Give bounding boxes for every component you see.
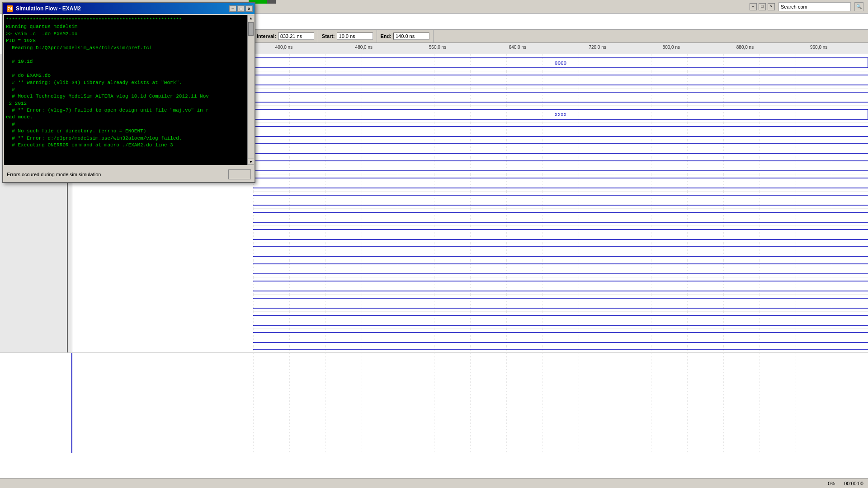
console-scroll-down[interactable]: ▼ <box>248 159 254 165</box>
timeline-ruler: 400,0 ns 480,0 ns 560,0 ns 640,0 ns 720,… <box>253 43 868 54</box>
end-value: 140.0 ns <box>393 33 429 40</box>
main-close-btn[interactable]: × <box>768 3 775 10</box>
ruler-tick-3: 560,0 ns <box>429 45 446 50</box>
sim-app-icon: 74 <box>7 5 13 12</box>
empty-area <box>0 352 868 453</box>
interval-field: Interval: 833.21 ns <box>253 30 318 42</box>
sim-close-btn[interactable]: × <box>245 5 253 12</box>
start-field: Start: 10.0 ns <box>318 30 377 42</box>
title-left: 74 Simulation Flow - EXAM2 <box>7 5 81 12</box>
left-vert-line <box>71 353 72 453</box>
svg-rect-43 <box>253 353 868 453</box>
empty-grid <box>253 353 868 453</box>
ruler-tick-7: 880,0 ns <box>736 45 754 50</box>
sim-dialog-controls: − □ × <box>229 5 253 12</box>
sim-minimize-btn[interactable]: − <box>229 5 236 12</box>
console-scroll-thumb[interactable] <box>248 22 254 36</box>
sim-status-text: Errors occured during modelsim simulatio… <box>7 172 101 177</box>
interval-value: 833.21 ns <box>278 33 314 40</box>
start-value: 10.0 ns <box>337 33 373 40</box>
svg-rect-4 <box>253 58 868 68</box>
interval-label: Interval: <box>257 33 276 39</box>
ruler-tick-4: 640,0 ns <box>509 45 526 50</box>
console-text: ****************************************… <box>4 15 254 150</box>
ruler-tick-6: 800,0 ns <box>663 45 680 50</box>
sim-dialog: 74 Simulation Flow - EXAM2 − □ × *******… <box>2 2 255 183</box>
interval-bar: Interval: 833.21 ns Start: 10.0 ns End: … <box>253 29 868 43</box>
svg-text:XXXX: XXXX <box>555 112 567 117</box>
sim-maximize-btn[interactable]: □ <box>237 5 245 12</box>
sim-console-area: ****************************************… <box>4 15 254 165</box>
console-scrollbar[interactable]: ▲ ▼ <box>247 15 254 165</box>
sim-dialog-titlebar: 74 Simulation Flow - EXAM2 − □ × <box>3 3 255 14</box>
ruler-tick-1: 400,0 ns <box>275 45 292 50</box>
ruler-tick-8: 960,0 ns <box>810 45 827 50</box>
search-input[interactable] <box>778 2 851 11</box>
svg-rect-10 <box>253 109 868 119</box>
sim-footer-close-btn[interactable] <box>228 169 251 179</box>
main-win-controls: − □ × <box>750 3 775 10</box>
end-field: End: 140.0 ns <box>377 30 434 42</box>
ruler-tick-2: 480,0 ns <box>355 45 373 50</box>
sim-dialog-title: Simulation Flow - EXAM2 <box>16 5 81 12</box>
ruler-labels: 400,0 ns 480,0 ns 560,0 ns 640,0 ns 720,… <box>253 43 868 54</box>
ruler-tick-5: 720,0 ns <box>589 45 606 50</box>
end-label: End: <box>381 33 392 39</box>
status-bar: 0% 00:00:00 <box>0 478 868 488</box>
search-icon[interactable]: 🔍 <box>854 2 863 11</box>
status-percent: 0% <box>828 481 835 486</box>
sim-dialog-footer: Errors occured during modelsim simulatio… <box>3 166 255 182</box>
console-scroll-up[interactable]: ▲ <box>248 15 254 21</box>
svg-text:0000: 0000 <box>555 61 566 66</box>
main-minimize-btn[interactable]: − <box>750 3 757 10</box>
status-time: 00:00:00 <box>844 481 863 486</box>
start-label: Start: <box>322 33 335 39</box>
main-maximize-btn[interactable]: □ <box>759 3 766 10</box>
